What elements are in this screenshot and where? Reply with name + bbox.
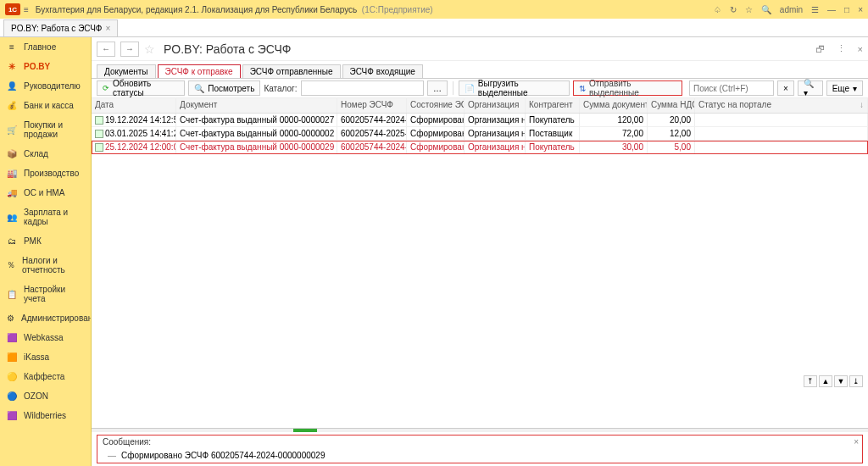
open-new-window-icon[interactable]: 🗗 — [815, 44, 825, 54]
grid-last-button[interactable]: ⤓ — [849, 375, 863, 387]
sidebar-icon: 🟪 — [7, 333, 17, 342]
section-tab-3[interactable]: ЭСЧФ входящие — [342, 64, 423, 78]
section-tabs: ДокументыЭСЧФ к отправкеЭСЧФ отправленны… — [92, 61, 868, 78]
col-agent[interactable]: Контрагент — [526, 98, 580, 113]
col-num[interactable]: Номер ЭСЧФ — [337, 98, 407, 113]
sidebar-icon: ％ — [7, 259, 15, 271]
sidebar-item-2[interactable]: 👤Руководителю — [0, 76, 91, 96]
view-button[interactable]: 🔍 Посмотреть — [188, 80, 260, 96]
send-button[interactable]: ⇅ Отправить выделенные — [573, 80, 682, 96]
sidebar-item-label: Руководителю — [24, 81, 81, 91]
sidebar-item-4[interactable]: 🛒Покупки и продажи — [0, 115, 91, 144]
messages-panel: × Сообщения: — Сформировано ЭСЧФ 6002057… — [97, 435, 863, 463]
favorite-icon[interactable]: ☆ — [144, 42, 155, 56]
sidebar-icon: ⚙ — [7, 313, 14, 323]
sidebar-item-15[interactable]: 🟡Каффеста — [0, 367, 91, 386]
settings-icon[interactable]: ☰ — [811, 5, 819, 14]
message-text: Сформировано ЭСЧФ 600205744-2024-0000000… — [121, 451, 325, 460]
more-button[interactable]: Еще ▾ — [826, 80, 863, 96]
sidebar-item-label: Налоги и отчетность — [22, 256, 84, 275]
sidebar-item-12[interactable]: ⚙Администрирование — [0, 308, 91, 328]
refresh-status-button[interactable]: ⟳ Обновить статусы — [97, 80, 185, 96]
sidebar-item-11[interactable]: 📋Настройки учета — [0, 280, 91, 308]
sidebar-item-label: OZON — [24, 391, 48, 401]
nav-forward-button[interactable]: → — [120, 42, 139, 57]
page-title: PO.BY: Работа с ЭСЧФ — [164, 42, 291, 56]
col-status[interactable]: Статус на портале ↓ — [695, 98, 868, 113]
tab-close-icon[interactable]: × — [105, 24, 110, 33]
sidebar-item-7[interactable]: 🚚ОС и НМА — [0, 183, 91, 202]
grid-nav-controls: ⤒ ▲ ▼ ⤓ — [804, 375, 863, 387]
grid-first-button[interactable]: ⤒ — [804, 375, 817, 387]
section-tab-2[interactable]: ЭСЧФ отправленные — [242, 64, 341, 78]
grid-up-button[interactable]: ▲ — [819, 375, 832, 387]
sidebar-icon: 🔵 — [7, 391, 17, 401]
table-row[interactable]: 19.12.2024 14:12:55Счет-фактура выданный… — [92, 114, 868, 127]
star-icon[interactable]: ☆ — [745, 5, 753, 14]
main-menu-icon[interactable]: ≡ — [24, 5, 29, 14]
app-logo: 1C — [5, 3, 20, 15]
export-button[interactable]: 📄 Выгрузить выделенные — [459, 80, 570, 96]
sidebar-icon: 🚚 — [7, 188, 17, 197]
section-tab-0[interactable]: Документы — [97, 64, 156, 78]
page-header: ← → ☆ PO.BY: Работа с ЭСЧФ 🗗 ⋮ × — [92, 37, 868, 61]
bell-icon[interactable]: ♤ — [714, 5, 721, 14]
sidebar-icon: 📋 — [7, 290, 17, 299]
sidebar-item-8[interactable]: 👥Зарплата и кадры — [0, 202, 91, 231]
sidebar-item-9[interactable]: 🗂РМК — [0, 231, 91, 251]
catalog-input[interactable] — [301, 80, 424, 96]
col-org[interactable]: Организация — [465, 98, 526, 113]
action-toolbar: ⟳ Обновить статусы 🔍 Посмотреть Каталог:… — [92, 78, 868, 98]
sidebar-item-label: Зарплата и кадры — [24, 208, 84, 226]
sidebar-item-1[interactable]: ✳PO.BY — [0, 57, 91, 76]
history-icon[interactable]: ↻ — [730, 5, 737, 14]
grid: Дата Документ Номер ЭСЧФ Состояние ЭСЧФ … — [92, 98, 868, 429]
sidebar-item-label: PO.BY — [24, 62, 50, 71]
search-go-button[interactable]: 🔍▾ — [798, 80, 823, 96]
nav-back-button[interactable]: ← — [97, 42, 115, 57]
search-clear-button[interactable]: × — [777, 80, 794, 96]
sidebar-item-0[interactable]: ≡Главное — [0, 37, 91, 57]
grid-down-button[interactable]: ▼ — [834, 375, 848, 387]
messages-title: Сообщения: — [97, 435, 862, 448]
progress-bar — [92, 429, 868, 432]
sidebar-item-10[interactable]: ％Налоги и отчетность — [0, 251, 91, 280]
minimize-icon[interactable]: — — [827, 5, 836, 14]
section-tab-1[interactable]: ЭСЧФ к отправке — [158, 64, 241, 78]
sidebar-item-6[interactable]: 🏭Производство — [0, 164, 91, 183]
grid-header: Дата Документ Номер ЭСЧФ Состояние ЭСЧФ … — [92, 98, 868, 114]
sidebar-item-label: Склад — [24, 149, 48, 158]
catalog-label: Каталог: — [264, 84, 297, 93]
sidebar-item-label: Производство — [24, 169, 79, 178]
catalog-browse-button[interactable]: … — [427, 80, 448, 96]
sidebar: ≡Главное✳PO.BY👤Руководителю💰Банк и касса… — [0, 37, 92, 466]
close-icon[interactable]: × — [858, 5, 863, 14]
search-icon[interactable]: 🔍 — [761, 5, 771, 14]
col-sum[interactable]: Сумма документа — [580, 98, 648, 113]
close-page-icon[interactable]: × — [858, 44, 863, 54]
col-date[interactable]: Дата — [92, 98, 176, 113]
sidebar-item-14[interactable]: 🟧iKassa — [0, 347, 91, 367]
row-status-icon — [95, 143, 103, 152]
maximize-icon[interactable]: □ — [844, 5, 849, 14]
sidebar-icon: 🟡 — [7, 372, 17, 381]
table-row[interactable]: 03.01.2025 14:41:21Счет-фактура выданный… — [92, 127, 868, 141]
sidebar-item-13[interactable]: 🟪Webkassa — [0, 328, 91, 347]
sidebar-item-17[interactable]: 🟪Wildberries — [0, 406, 91, 425]
messages-close-icon[interactable]: × — [854, 437, 859, 447]
sidebar-item-5[interactable]: 📦Склад — [0, 144, 91, 164]
sidebar-icon: 🗂 — [7, 236, 17, 246]
user-label[interactable]: admin — [780, 5, 803, 14]
document-tabs: PO.BY: Работа с ЭСЧФ × — [0, 19, 868, 37]
sidebar-item-16[interactable]: 🔵OZON — [0, 386, 91, 406]
open-tab[interactable]: PO.BY: Работа с ЭСЧФ × — [3, 19, 118, 36]
message-row[interactable]: — Сформировано ЭСЧФ 600205744-2024-00000… — [97, 448, 862, 463]
col-doc[interactable]: Документ — [176, 98, 337, 113]
col-vat[interactable]: Сумма НДС — [648, 98, 695, 113]
sidebar-item-3[interactable]: 💰Банк и касса — [0, 96, 91, 115]
more-icon[interactable]: ⋮ — [837, 43, 846, 54]
col-state[interactable]: Состояние ЭСЧФ — [407, 98, 465, 113]
table-row[interactable]: 25.12.2024 12:00:01Счет-фактура выданный… — [92, 141, 868, 154]
send-icon: ⇅ — [579, 84, 586, 93]
search-input[interactable] — [689, 80, 774, 96]
